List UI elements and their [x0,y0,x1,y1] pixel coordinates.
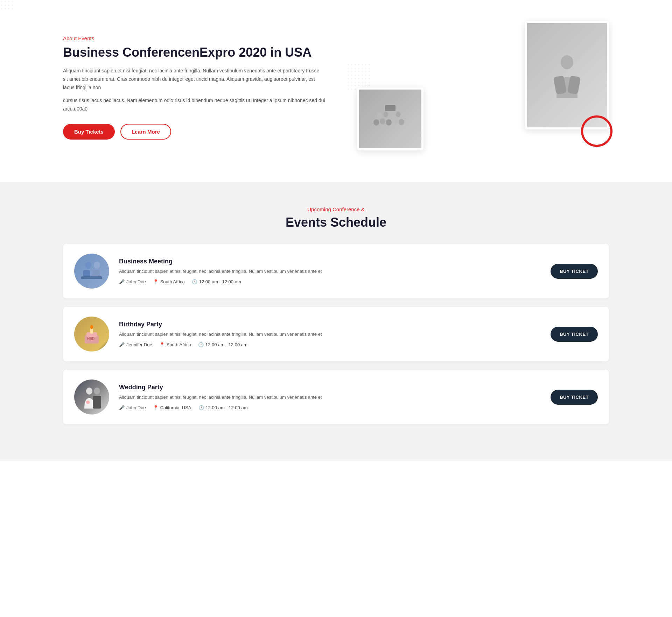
svg-point-24 [94,388,100,395]
red-circle-decoration [581,115,612,147]
meeting-img-svg [79,259,104,283]
schedule-header: Upcoming Conference & Events Schedule [63,206,609,230]
mic-icon-3: 🎤 [119,405,125,410]
buy-ticket-button-2[interactable]: BUY TICKET [551,327,598,342]
svg-point-26 [86,400,90,404]
time-value-2: 12:00 am - 12:00 am [205,342,247,347]
event-details-birthday-party: Birthday Party Aliquam tincidunt sapien … [119,321,541,348]
location-name-3: California, USA [160,405,191,410]
location-icon-1: 📍 [153,279,159,284]
svg-point-13 [85,262,91,269]
event-meta-wedding-party: 🎤 John Doe 📍 California, USA 🕐 12:00 am … [119,405,541,410]
buy-ticket-button-1[interactable]: BUY TICKET [551,264,598,279]
event-location-3: 📍 California, USA [153,405,191,410]
event-title-wedding-party: Wedding Party [119,384,541,391]
about-section: About Events Business ConferencenExpro 2… [0,0,672,182]
event-card-wedding-party: Wedding Party Aliquam tincidunt sapien e… [63,370,609,424]
about-right-images [346,21,609,154]
event-meta-business-meeting: 🎤 John Doe 📍 South Africa 🕐 12:00 am - 1… [119,279,541,284]
event-speaker-1: 🎤 John Doe [119,279,146,284]
about-buttons: Buy Tickets Learn More [63,124,326,140]
buy-ticket-button-3[interactable]: BUY TICKET [551,390,598,405]
svg-point-21 [90,325,93,329]
speaker-name-2: Jennifer Doe [126,342,152,347]
svg-point-14 [94,262,100,269]
event-image-business-meeting [74,254,109,289]
learn-more-button[interactable]: Learn More [120,124,171,140]
event-image-wedding-party [74,380,109,414]
event-desc-wedding-party: Aliquam tincidunt sapien et nisi feugiat… [119,394,541,401]
location-name-2: South Africa [167,342,191,347]
dots-decoration-mid [346,63,371,91]
birthday-img-svg: HBD [79,322,104,346]
event-time-2: 🕐 12:00 am - 12:00 am [198,342,247,347]
event-title-birthday-party: Birthday Party [119,321,541,328]
mic-icon-2: 🎤 [119,342,125,347]
speaker-name-1: John Doe [126,279,146,284]
event-title-business-meeting: Business Meeting [119,258,541,265]
event-img-placeholder-wedding [74,380,109,414]
event-card-birthday-party: HBD Birthday Party Aliquam tincidunt sap… [63,307,609,361]
event-time-1: 🕐 12:00 am - 12:00 am [192,279,241,284]
schedule-title: Events Schedule [63,215,609,230]
svg-point-0 [561,55,573,69]
svg-point-10 [390,112,394,118]
about-label: About Events [63,35,326,41]
person-silhouette [553,52,581,98]
speaker-name-3: John Doe [126,405,146,410]
event-card-business-meeting: Business Meeting Aliquam tincidunt sapie… [63,244,609,298]
svg-rect-25 [93,396,101,409]
event-location-2: 📍 South Africa [159,342,191,347]
event-details-wedding-party: Wedding Party Aliquam tincidunt sapien e… [119,384,541,411]
about-title: Business ConferencenExpro 2020 in USA [63,45,326,60]
event-image-birthday-party: HBD [74,317,109,352]
location-icon-2: 📍 [159,342,165,347]
audience-photo [359,90,421,148]
svg-point-5 [386,119,392,126]
svg-rect-12 [385,105,396,111]
wedding-img-svg [79,385,104,409]
svg-point-23 [86,388,92,395]
schedule-section: Upcoming Conference & Events Schedule Bu… [0,182,672,461]
about-description-1: Aliquam tincidunt sapien et nisi feugiat… [63,67,326,92]
schedule-label: Upcoming Conference & [63,206,609,212]
event-time-3: 🕐 12:00 am - 12:00 am [198,405,248,410]
audience-silhouette [371,103,410,135]
speaker-photo [527,23,607,127]
svg-text:HBD: HBD [87,337,94,341]
location-name-1: South Africa [160,279,185,284]
location-icon-3: 📍 [153,405,159,410]
svg-point-8 [377,113,382,118]
dots-decoration-top [0,0,14,10]
event-speaker-3: 🎤 John Doe [119,405,146,410]
buy-tickets-button[interactable]: Buy Tickets [63,124,115,140]
event-speaker-2: 🎤 Jennifer Doe [119,342,152,347]
svg-point-7 [399,119,404,125]
about-left-content: About Events Business ConferencenExpro 2… [63,35,326,140]
time-value-3: 12:00 am - 12:00 am [206,405,248,410]
svg-point-4 [380,118,385,125]
mic-icon-1: 🎤 [119,279,125,284]
clock-icon-2: 🕐 [198,342,204,347]
svg-point-11 [396,112,401,117]
event-location-1: 📍 South Africa [153,279,185,284]
time-value-1: 12:00 am - 12:00 am [199,279,241,284]
about-description-2: cursus risus lacus nec lacus. Nam elemen… [63,97,326,113]
audience-image [357,87,424,150]
clock-icon-3: 🕐 [198,405,204,410]
speaker-image [525,21,609,129]
event-details-business-meeting: Business Meeting Aliquam tincidunt sapie… [119,258,541,285]
event-desc-birthday-party: Aliquam tincidunt sapien et nisi feugiat… [119,331,541,338]
svg-point-6 [392,118,398,124]
event-img-placeholder-birthday: HBD [74,317,109,352]
event-desc-business-meeting: Aliquam tincidunt sapien et nisi feugiat… [119,268,541,275]
event-meta-birthday-party: 🎤 Jennifer Doe 📍 South Africa 🕐 12:00 am… [119,342,541,347]
svg-rect-17 [81,276,102,279]
event-img-placeholder-meeting [74,254,109,289]
svg-point-9 [383,112,388,117]
clock-icon-1: 🕐 [192,279,197,284]
svg-point-3 [373,119,379,126]
